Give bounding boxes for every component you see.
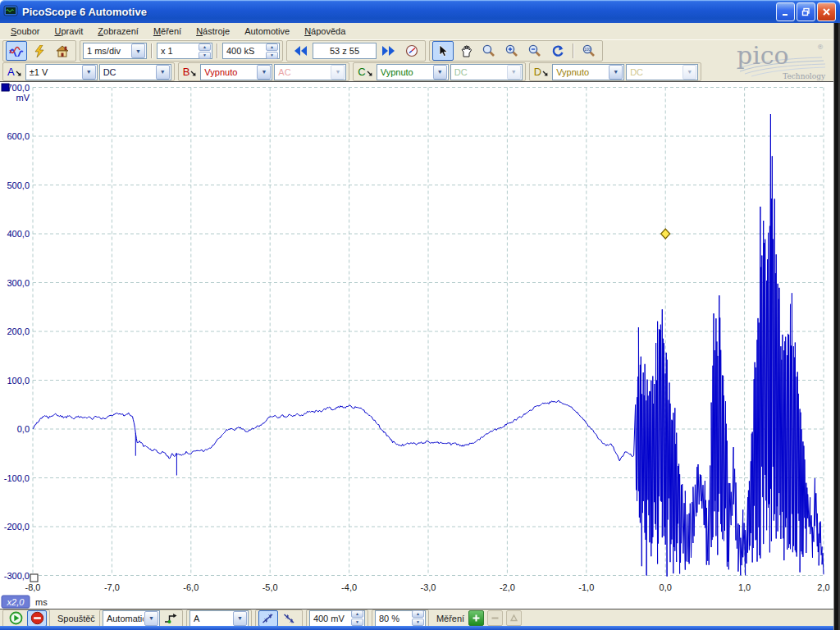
app-icon	[3, 5, 18, 18]
spin-up-icon[interactable]: ▲	[266, 43, 278, 51]
sample-count-stepper[interactable]: 400 kS ▲▼	[222, 43, 280, 59]
edit-measurement-icon	[510, 614, 518, 622]
restore-icon	[801, 7, 810, 16]
x-axis-tick-label: 1,0	[738, 582, 751, 592]
buffer-navigator-button[interactable]	[401, 41, 422, 61]
channel-a-controls: A±1 V▼DC▼	[2, 62, 175, 81]
menu-item-automotive[interactable]: Automotive	[237, 25, 297, 38]
pretrigger-stepper[interactable]: 80 % ▲▼	[375, 610, 426, 627]
channel-c-coupling-select[interactable]: DC▼	[450, 64, 523, 80]
menu-item-napoveda[interactable]: Nápověda	[297, 25, 353, 38]
chevron-down-icon[interactable]: ▼	[144, 611, 158, 626]
menu-bar: SouborUpravitZobrazeníMěřeníNástrojeAuto…	[0, 23, 837, 39]
channel-a-range-select[interactable]: ±1 V▼	[25, 64, 98, 80]
menu-item-nastroje[interactable]: Nástroje	[189, 25, 237, 38]
zoom-100-button[interactable]: 100	[578, 41, 600, 61]
zoom-multiplier-stepper[interactable]: x 1 ▲▼	[157, 43, 212, 59]
spin-up-icon[interactable]: ▲	[351, 610, 363, 618]
chevron-down-icon[interactable]: ▼	[257, 65, 271, 80]
menu-item-upravit[interactable]: Upravit	[47, 25, 90, 38]
buffer-next-icon	[381, 45, 396, 57]
add-measurement-icon	[472, 614, 480, 622]
chevron-down-icon[interactable]: ▼	[233, 611, 247, 626]
spin-down-icon[interactable]: ▼	[412, 619, 424, 626]
timebase-select[interactable]: 1 ms/div ▼	[83, 43, 147, 59]
home-button[interactable]	[52, 41, 73, 61]
channel-a-axis-handle-top[interactable]	[2, 84, 9, 91]
channel-d-coupling-select[interactable]: DC▼	[626, 64, 698, 80]
pan-tool-button[interactable]	[455, 41, 477, 61]
waveform-plot[interactable]: -8,0-7,0-6,0-5,0-4,0-3,0-2,0-1,00,01,02,…	[0, 82, 833, 609]
chevron-down-icon[interactable]: ▼	[82, 65, 96, 80]
y-axis-tick-label: -100,0	[4, 473, 30, 483]
rising-edge-icon	[261, 613, 275, 624]
buffer-next-button[interactable]	[378, 41, 399, 61]
chevron-down-icon[interactable]: ▼	[131, 43, 145, 58]
zoom-undo-button[interactable]	[547, 41, 568, 61]
channel-b-label[interactable]: B	[183, 66, 198, 78]
spin-up-icon[interactable]: ▲	[412, 610, 424, 618]
menu-item-soubor[interactable]: Soubor	[3, 25, 47, 38]
zoom-marquee-button[interactable]	[478, 41, 500, 61]
chevron-down-icon[interactable]: ▼	[156, 65, 170, 80]
x-axis-tick-label: -7,0	[104, 582, 120, 592]
zoom-marquee-icon	[482, 44, 495, 57]
waveform-plot-area[interactable]: -8,0-7,0-6,0-5,0-4,0-3,0-2,0-1,00,01,02,…	[0, 82, 833, 609]
rising-edge-button[interactable]	[258, 610, 278, 627]
y-axis-tick-label: 700,0	[7, 83, 30, 93]
y-axis-tick-label: -200,0	[4, 522, 30, 532]
stop-button[interactable]	[27, 610, 47, 627]
trigger-level-stepper[interactable]: 400 mV ▲▼	[309, 610, 365, 627]
channel-d-label[interactable]: D	[534, 66, 549, 78]
x-axis-tick-label: -4,0	[341, 582, 357, 592]
buffer-prev-button[interactable]	[290, 41, 311, 61]
channel-b-range-select[interactable]: Vypnuto▼	[200, 64, 272, 80]
pan-tool-icon	[460, 44, 472, 57]
remove-measurement-button[interactable]	[487, 610, 503, 626]
start-button[interactable]	[6, 610, 25, 627]
minimize-button[interactable]	[776, 2, 795, 21]
channel-c-range-select[interactable]: Vypnuto▼	[377, 64, 449, 80]
spin-down-icon[interactable]: ▼	[266, 52, 278, 59]
spin-down-icon[interactable]: ▼	[351, 619, 363, 626]
remove-measurement-icon	[491, 614, 499, 622]
y-axis-unit-label: mV	[16, 93, 30, 103]
channel-a-coupling-select[interactable]: DC▼	[99, 64, 171, 80]
advanced-trigger-button[interactable]	[162, 610, 180, 627]
scope-view-button[interactable]	[6, 41, 27, 61]
channel-a-label[interactable]: A	[7, 66, 22, 78]
restore-button[interactable]	[797, 2, 815, 21]
close-button[interactable]	[817, 2, 836, 21]
spin-down-icon[interactable]: ▼	[199, 52, 211, 59]
advanced-trigger-icon	[164, 613, 177, 624]
zoom-factor-text: x2,0	[7, 597, 25, 607]
corner-arrow-icon	[367, 70, 373, 77]
add-measurement-button[interactable]	[468, 610, 484, 626]
pointer-tool-button[interactable]	[432, 41, 454, 61]
chevron-down-icon[interactable]: ▼	[609, 65, 623, 80]
buffer-prev-icon	[293, 45, 308, 57]
channel-c-label[interactable]: C	[358, 66, 372, 78]
edit-measurement-button[interactable]	[506, 610, 522, 626]
channel-a-axis-handle-bottom[interactable]	[30, 574, 38, 582]
spin-up-icon[interactable]: ▲	[199, 43, 211, 51]
menu-item-mereni[interactable]: Měření	[146, 25, 189, 38]
x-axis-tick-label: -6,0	[183, 582, 199, 592]
measurements-label: Měření	[436, 614, 464, 623]
trigger-setup-button[interactable]	[29, 41, 50, 61]
trigger-source-select[interactable]: A ▼	[189, 610, 249, 627]
buffer-position-field[interactable]: 53 z 55	[313, 43, 377, 59]
zoom-in-button[interactable]	[501, 41, 523, 61]
channel-b-coupling-select[interactable]: AC▼	[274, 64, 346, 80]
y-axis-tick-label: 500,0	[7, 180, 30, 190]
menu-item-zobrazeni[interactable]: Zobrazení	[90, 25, 146, 38]
channel-d-range-select[interactable]: Vypnuto▼	[552, 64, 624, 80]
falling-edge-button[interactable]	[280, 610, 299, 627]
zoom-out-button[interactable]	[524, 41, 546, 61]
svg-text:100: 100	[584, 48, 591, 52]
channel-b-controls: BVypnuto▼AC▼	[178, 62, 350, 81]
picoscope-window: PicoScope 6 Automotive SouborUpravitZobr…	[0, 0, 840, 630]
trigger-mode-select[interactable]: Automatický ▼	[103, 610, 160, 627]
trigger-marker-diamond[interactable]	[661, 229, 670, 239]
chevron-down-icon[interactable]: ▼	[433, 65, 447, 80]
